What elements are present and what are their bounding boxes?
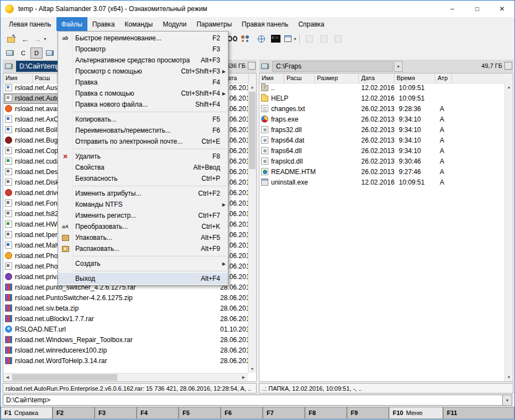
menu-item-17[interactable]: aAПреобразовать...Ctrl+K (58, 221, 228, 232)
fn-f3-button[interactable]: F3 (95, 407, 136, 418)
fn-f8-button[interactable]: F8 (305, 407, 346, 418)
menu-item-19[interactable]: Распаковать...Alt+F9 (58, 243, 228, 254)
right-free-space: 49,7 ГБ (481, 62, 502, 69)
command-line-input[interactable]: D:\Сайт\temp> (3, 395, 503, 406)
close-button[interactable]: ✕ (490, 1, 514, 17)
dll-file-icon (261, 136, 268, 144)
menu-item-9[interactable]: Переименовать/переместить...F6 (58, 125, 228, 136)
scroll-up-icon[interactable]: ▲ (248, 83, 256, 91)
fn-f4-button[interactable]: F4 (137, 407, 178, 418)
command-history-dropdown-icon[interactable]: ▼ (503, 395, 512, 406)
menubar-item-7[interactable]: Правая панель (237, 17, 293, 31)
menubar-item-6[interactable]: Параметры (191, 17, 237, 31)
drive-button-d[interactable]: D (30, 48, 43, 59)
doc-file-icon (5, 242, 12, 249)
menu-item-label: Изменить регистр... (75, 212, 188, 219)
none-menu-icon (60, 201, 70, 208)
forward-arrow-button[interactable]: ▼ (33, 33, 47, 45)
fn-f2-button[interactable]: F2 (53, 407, 94, 418)
fn-f5-button[interactable]: F5 (179, 407, 220, 418)
column-header-Имя[interactable]: Имя (3, 74, 33, 83)
file-name: rsload.net.Copy (15, 147, 61, 155)
menu-item-4[interactable]: Просмотр с помощьюCtrl+Shift+F3▶ (58, 66, 228, 77)
network-drive-button[interactable] (44, 48, 56, 59)
menu-item-6[interactable]: Правка с помощьюCtrl+Shift+F4▶ (58, 88, 228, 99)
fraps-file-icon (261, 116, 268, 123)
pack-menu-icon (60, 234, 70, 242)
back-arrow-button[interactable] (18, 33, 33, 45)
scroll-thumb[interactable] (249, 92, 256, 169)
menu-item-3[interactable]: Альтернативное средство просмотраAlt+F3 (58, 55, 228, 66)
left-vertical-scrollbar[interactable]: ▲ ▼ (248, 83, 256, 373)
column-header-Атр[interactable]: Атр (435, 74, 452, 83)
right-vertical-scrollbar[interactable]: ▲ ▼ (504, 83, 513, 381)
fn-f11-button[interactable]: F11 (444, 407, 514, 418)
menu-item-12[interactable]: СвойстваAlt+Ввод (58, 162, 228, 173)
menubar-item-8[interactable]: Справка (293, 17, 329, 31)
scroll-up-icon[interactable]: ▲ (505, 83, 513, 91)
menu-item-label: Изменить атрибуты... (75, 190, 188, 197)
scroll-right-icon[interactable]: ▶ (240, 374, 248, 381)
drive-list-button[interactable] (4, 48, 16, 59)
drive-button-c[interactable]: C (17, 48, 29, 59)
fn-f9-button[interactable]: F9 (347, 407, 388, 418)
menu-item-10[interactable]: Отправить по электронной почте...Ctrl+E (58, 136, 228, 147)
shared-users-button[interactable] (240, 33, 254, 45)
menu-item-shortcut: Ctrl+E (201, 138, 220, 145)
right-panel-mini-button[interactable] (504, 62, 512, 70)
menu-item-20[interactable]: Создать▶ (58, 258, 228, 269)
file-name: rsload.net.avas (15, 105, 60, 113)
scroll-down-icon[interactable]: ▼ (505, 373, 513, 381)
scroll-thumb[interactable] (12, 374, 117, 381)
dropdown-arrow-icon: ▼ (43, 37, 47, 41)
menu-item-21[interactable]: ВыходAlt+F4 (58, 273, 228, 284)
dll-file-icon (261, 158, 268, 165)
minimize-button[interactable]: – (440, 1, 465, 17)
panel-window-button[interactable]: ▼ (283, 33, 297, 45)
menu-item-8[interactable]: Копировать...F5 (58, 114, 228, 125)
column-header-Размер[interactable]: Размер (315, 74, 359, 83)
column-header-Время[interactable]: Время (394, 74, 435, 83)
column-header-Расш[interactable]: Расш (284, 74, 315, 83)
fn-f6-button[interactable]: F6 (221, 407, 262, 418)
menu-item-15[interactable]: Команды NTFS▶ (58, 199, 228, 210)
menubar-item-2[interactable]: Файлы (56, 17, 87, 31)
fn-f1-button[interactable]: F1Справка (1, 407, 52, 418)
books-file-icon (5, 347, 12, 354)
menubar-item-1[interactable]: Левая панель (4, 17, 56, 31)
network-globe-button[interactable] (254, 33, 268, 45)
drive-icon[interactable] (260, 62, 270, 71)
hot-path-folder-button[interactable] (4, 33, 18, 45)
menu-item-13[interactable]: БезопасностьCtrl+P (58, 173, 228, 184)
menubar-item-5[interactable]: Модули (158, 17, 191, 31)
column-header-Дата[interactable]: Дата (359, 74, 394, 83)
fn-f7-button[interactable]: F7 (263, 407, 304, 418)
command-prompt-button[interactable] (268, 33, 283, 45)
menu-item-1[interactable]: abБыстрое переименование...F2 (58, 33, 228, 44)
column-header-Имя[interactable]: Имя (259, 74, 284, 83)
fn-f10-button[interactable]: F10Меню (389, 407, 443, 418)
drive-icon[interactable] (4, 62, 14, 71)
left-horizontal-scrollbar[interactable]: ◀ ▶ (3, 373, 248, 381)
right-path-box[interactable]: C:\Fraps (272, 61, 393, 72)
menubar-item-4[interactable]: Команды (119, 17, 158, 31)
circle-file-icon (5, 252, 12, 259)
scroll-left-icon[interactable]: ◀ (3, 374, 12, 381)
doc-file-icon (5, 116, 12, 123)
menu-item-16[interactable]: Изменить регистр...Ctrl+F7 (58, 210, 228, 221)
menu-item-2[interactable]: ПросмотрF3 (58, 44, 228, 55)
left-panel-mini-button[interactable] (248, 62, 256, 70)
column-header-Расш[interactable]: Расш (33, 74, 57, 83)
doc-file-icon (5, 126, 12, 133)
path-dropdown-button[interactable]: ▼ (394, 61, 403, 72)
menu-item-7[interactable]: Правка нового файла...Shift+F4 (58, 99, 228, 110)
file-date: 28.06.2016 (220, 336, 249, 344)
menubar-item-3[interactable]: Правка (87, 17, 120, 31)
fn-key-label: F7 (267, 410, 274, 416)
menu-item-5[interactable]: ПравкаF4 (58, 77, 228, 88)
menu-item-18[interactable]: Упаковать...Alt+F5 (58, 232, 228, 243)
menu-item-11[interactable]: ✕УдалитьF8 (58, 151, 228, 162)
scroll-down-icon[interactable]: ▼ (248, 365, 256, 373)
menu-item-14[interactable]: Изменить атрибуты...Ctrl+F2 (58, 188, 228, 199)
maximize-button[interactable]: □ (465, 1, 490, 17)
